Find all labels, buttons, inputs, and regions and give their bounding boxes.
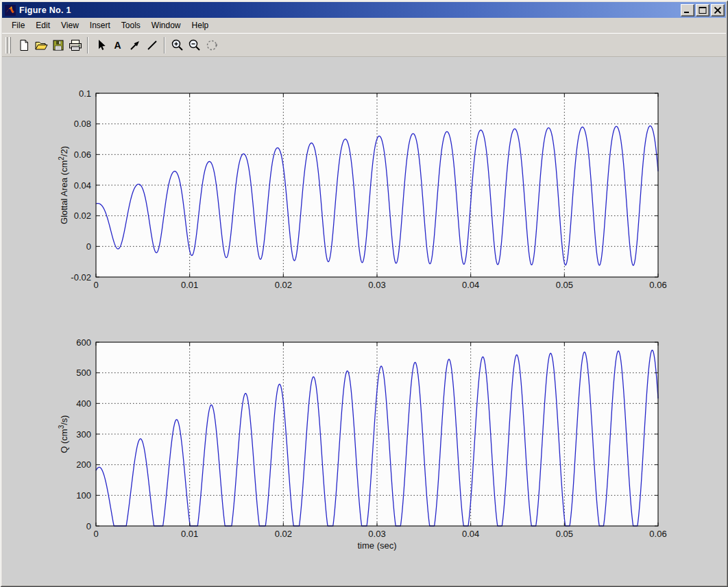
figure-canvas: 00.010.020.030.040.050.06-0.0200.020.040… [2, 57, 726, 585]
toolbar-separator [164, 37, 165, 53]
x-tick-label: 0 [93, 280, 98, 290]
print-icon [69, 39, 82, 51]
line-tool-button[interactable] [143, 36, 160, 54]
y-tick-label: 0 [86, 241, 91, 252]
matlab-icon [5, 5, 16, 16]
toolbar-grip[interactable] [9, 37, 11, 53]
maximize-icon [699, 7, 707, 14]
y-tick-label: 200 [76, 459, 91, 470]
minimize-button[interactable] [681, 4, 694, 16]
x-tick-label: 0.01 [181, 280, 198, 290]
x-tick-label: 0.04 [462, 280, 479, 290]
x-tick-label: 0.05 [556, 280, 573, 290]
x-tick-label: 0 [93, 529, 98, 539]
y-tick-label: 300 [76, 429, 91, 440]
y-axis-label: Q (cm3/s) [58, 415, 69, 453]
close-icon [714, 7, 722, 14]
x-axis-label: time (sec) [357, 540, 396, 551]
maximize-button[interactable] [696, 4, 709, 16]
insert-line-icon [146, 39, 158, 51]
arrow-tool-button[interactable] [126, 36, 143, 54]
zoom-in-button[interactable] [169, 36, 186, 54]
x-tick-label: 0.04 [462, 529, 479, 539]
x-tick-label: 0.03 [368, 529, 385, 539]
x-tick-label: 0.06 [649, 529, 666, 539]
text-tool-icon: A [114, 40, 121, 51]
y-tick-label: 0.1 [79, 88, 91, 99]
zoom-in-icon [171, 38, 184, 52]
y-tick-label: 400 [76, 398, 91, 409]
zoom-out-button[interactable] [186, 36, 203, 54]
window-title: Figure No. 1 [19, 5, 681, 15]
menu-window[interactable]: Window [146, 19, 186, 32]
y-tick-label: 0.08 [74, 119, 91, 129]
menu-view[interactable]: View [56, 19, 84, 32]
menu-insert[interactable]: Insert [84, 19, 116, 32]
open-folder-icon [34, 39, 48, 51]
y-tick-label: 500 [76, 368, 91, 378]
x-tick-label: 0.03 [368, 280, 385, 290]
x-tick-label: 0.06 [649, 280, 666, 290]
save-icon [52, 39, 64, 51]
new-file-button[interactable] [15, 36, 32, 54]
y-tick-label: -0.02 [71, 272, 91, 283]
plots-svg: 00.010.020.030.040.050.06-0.0200.020.040… [0, 57, 728, 587]
pointer-icon [95, 39, 106, 51]
zoom-out-icon [188, 38, 202, 52]
new-file-icon [18, 39, 30, 51]
menu-tools[interactable]: Tools [116, 19, 146, 32]
toolbar: A [2, 33, 726, 57]
y-tick-label: 0.02 [74, 211, 91, 221]
close-button[interactable] [711, 4, 725, 16]
title-bar[interactable]: Figure No. 1 [2, 2, 726, 18]
menu-edit[interactable]: Edit [30, 19, 56, 32]
print-button[interactable] [66, 36, 84, 54]
y-axis-label: Glottal Area (cm2/2) [58, 146, 69, 224]
menu-bar: File Edit View Insert Tools Window Help [2, 18, 726, 33]
menu-file[interactable]: File [6, 19, 30, 32]
x-tick-label: 0.01 [181, 529, 198, 539]
x-tick-label: 0.05 [556, 529, 573, 539]
x-tick-label: 0.02 [275, 529, 292, 539]
rotate-3d-icon [205, 38, 219, 52]
toolbar-grip[interactable] [5, 37, 8, 53]
y-tick-label: 0.04 [74, 180, 91, 191]
open-file-button[interactable] [32, 36, 49, 54]
text-tool-button[interactable]: A [109, 36, 126, 54]
insert-arrow-icon [129, 39, 141, 51]
figure-window: Figure No. 1 File Edit View [0, 0, 728, 587]
y-tick-label: 0 [86, 521, 91, 531]
y-tick-label: 100 [76, 490, 91, 501]
y-tick-label: 600 [76, 337, 91, 348]
rotate-3d-button[interactable] [203, 36, 220, 54]
y-tick-label: 0.06 [74, 149, 91, 160]
x-tick-label: 0.02 [275, 280, 292, 290]
save-button[interactable] [49, 36, 66, 54]
minimize-icon [683, 7, 692, 14]
pointer-tool-button[interactable] [92, 36, 109, 54]
toolbar-separator [87, 37, 88, 53]
menu-help[interactable]: Help [186, 19, 215, 32]
